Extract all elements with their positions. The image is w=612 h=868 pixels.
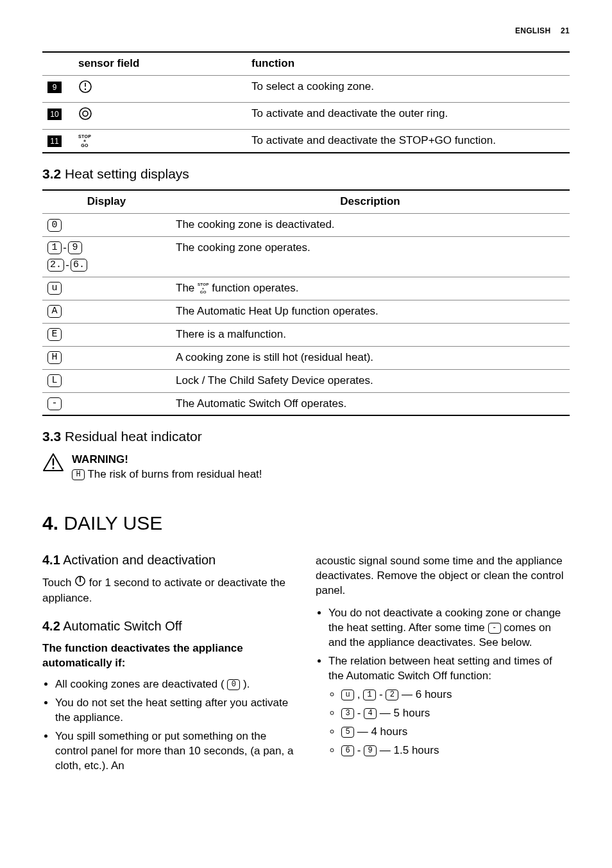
- table-row: 11 STOP + GO To activate and deactivate …: [42, 129, 570, 152]
- left-column: 4.1 Activation and deactivation Touch fo…: [42, 551, 296, 781]
- right-column: acoustic signal sound some time and the …: [316, 551, 570, 781]
- cell-description: The Automatic Heat Up function operates.: [171, 300, 570, 323]
- chapter-heading-4: 4. DAILY USE: [42, 510, 570, 537]
- list-item: The relation between heat setting and ti…: [328, 654, 570, 758]
- heat-display-table: Display Description 0 The cooking zone i…: [42, 189, 570, 416]
- seg-display: 6.: [71, 259, 87, 272]
- cell-description: The STOP + GO function operates.: [171, 277, 570, 300]
- seg-display: -: [47, 397, 62, 410]
- section-heading-3-2: 3.2 Heat setting displays: [42, 165, 570, 183]
- seg-display: H: [47, 351, 62, 364]
- svg-point-7: [52, 467, 54, 469]
- seg-display: 9: [364, 745, 377, 756]
- seg-display: 6: [341, 745, 354, 756]
- page-number: 21: [561, 26, 570, 35]
- list-item: 3 - 4 — 5 hours: [341, 706, 570, 721]
- cell-description: The cooking zone operates.: [171, 236, 570, 277]
- svg-point-3: [80, 108, 91, 119]
- body-text: Touch for 1 second to activate or deacti…: [42, 575, 296, 606]
- stop-go-icon: STOP + GO: [198, 282, 208, 294]
- cell-description: There is a malfunction.: [171, 323, 570, 346]
- seg-display: H: [72, 469, 85, 480]
- body-text: acoustic signal sound some time and the …: [316, 554, 570, 598]
- bullet-list: All cooking zones are deactivated ( 0 ).…: [42, 677, 296, 774]
- seg-display: 0: [227, 679, 240, 690]
- section-heading-4-2: 4.2 Automatic Switch Off: [42, 618, 296, 635]
- stop-go-icon: STOP + GO: [78, 134, 91, 148]
- warning-icon: [42, 453, 64, 482]
- nested-list: u , 1 - 2 — 6 hours 3 - 4 — 5 hours 5 — …: [328, 688, 570, 758]
- running-head: ENGLISH 21: [515, 26, 570, 36]
- seg-display: E: [47, 328, 62, 341]
- zone-select-icon: [78, 80, 92, 98]
- seg-display: 2: [386, 690, 398, 700]
- seg-display: L: [47, 374, 62, 387]
- section-heading-3-3: 3.3 Residual heat indicator: [42, 428, 570, 446]
- warning-block: WARNING! H The risk of burns from residu…: [42, 453, 570, 482]
- table-row: 10 To activate and deactivate the outer …: [42, 102, 570, 129]
- seg-display: 4: [364, 708, 377, 719]
- list-item: 6 - 9 — 1.5 hours: [341, 743, 570, 758]
- seg-display: 1: [47, 241, 62, 254]
- seg-display: 3: [341, 708, 354, 719]
- seg-display: 0: [47, 219, 62, 232]
- th-description: Description: [171, 190, 570, 213]
- seg-display: 1: [363, 690, 376, 700]
- power-icon: [74, 575, 86, 591]
- seg-display: A: [47, 305, 62, 318]
- seg-display: 9: [68, 241, 82, 254]
- cell-description: Lock / The Child Safety Device operates.: [171, 369, 570, 392]
- svg-point-4: [83, 111, 88, 116]
- list-item: You do not deactivate a cooking zone or …: [328, 606, 570, 650]
- seg-display: 5: [341, 727, 354, 738]
- warning-text: H The risk of burns from residual heat!: [72, 467, 262, 482]
- table-row: 9 To select a cooking zone.: [42, 75, 570, 102]
- seg-display: u: [47, 282, 62, 295]
- seg-display: 2.: [47, 259, 64, 272]
- cell-description: A cooking zone is still hot (residual he…: [171, 346, 570, 369]
- table-row: E There is a malfunction.: [42, 323, 570, 346]
- callout-number: 9: [47, 82, 62, 93]
- list-item: All cooking zones are deactivated ( 0 ).: [55, 677, 296, 692]
- table-row: 0 The cooking zone is deactivated.: [42, 214, 570, 237]
- th-sensor-field: sensor field: [73, 52, 246, 75]
- callout-number: 11: [47, 135, 62, 147]
- sensor-field-table: sensor field function 9 To select a cook…: [42, 51, 570, 153]
- cell-function: To select a cooking zone.: [246, 75, 570, 102]
- table-row: H A cooking zone is still hot (residual …: [42, 346, 570, 369]
- outer-ring-icon: [78, 107, 92, 125]
- section-heading-4-1: 4.1 Activation and deactivation: [42, 551, 296, 569]
- list-item: u , 1 - 2 — 6 hours: [341, 688, 570, 702]
- table-row: 1 - 9 2. - 6. The cooking zone operates.: [42, 236, 570, 277]
- callout-number: 10: [47, 108, 62, 120]
- th-function: function: [246, 52, 570, 75]
- cell-description: The Automatic Switch Off operates.: [171, 392, 570, 415]
- cell-function: To activate and deactivate the outer rin…: [246, 102, 570, 129]
- bullet-list: You do not deactivate a cooking zone or …: [316, 606, 570, 758]
- svg-point-2: [85, 89, 86, 90]
- table-row: u The STOP + GO function operates.: [42, 277, 570, 300]
- th-display: Display: [42, 190, 171, 213]
- warning-label: WARNING!: [72, 453, 262, 467]
- seg-display: -: [488, 623, 501, 634]
- table-row: - The Automatic Switch Off operates.: [42, 392, 570, 415]
- list-item: You do not set the heat setting after yo…: [55, 696, 296, 725]
- cell-function: To activate and deactivate the STOP+GO f…: [246, 129, 570, 152]
- list-item: 5 — 4 hours: [341, 725, 570, 740]
- running-head-lang: ENGLISH: [515, 26, 550, 35]
- lead-text: The function deactivates the appliance a…: [42, 641, 296, 671]
- seg-display: u: [341, 690, 354, 700]
- list-item: You spill something or put something on …: [55, 729, 296, 774]
- table-row: A The Automatic Heat Up function operate…: [42, 300, 570, 323]
- cell-description: The cooking zone is deactivated.: [171, 214, 570, 237]
- table-row: L Lock / The Child Safety Device operate…: [42, 369, 570, 392]
